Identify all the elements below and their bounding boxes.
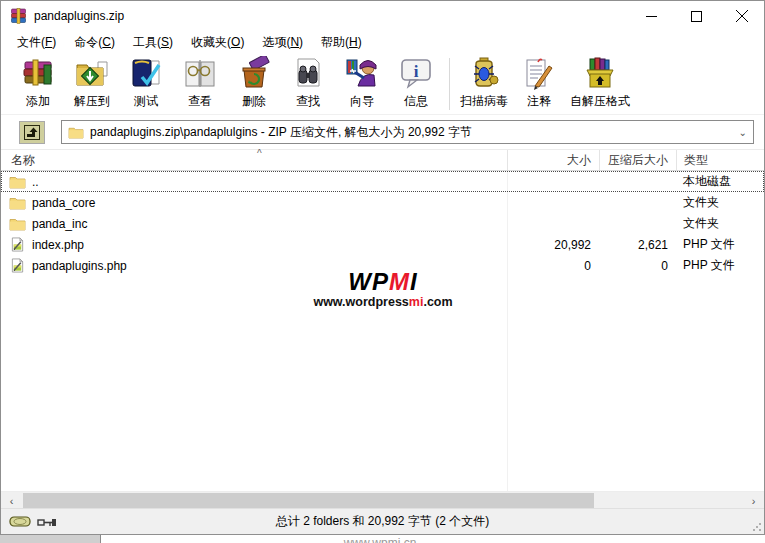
scrollbar-thumb[interactable] xyxy=(23,493,594,508)
column-header-type[interactable]: 类型 xyxy=(676,150,764,170)
php-file-icon xyxy=(9,237,26,252)
folder-icon xyxy=(9,216,26,231)
wizard-button[interactable]: 向导 xyxy=(335,56,389,110)
folder-icon xyxy=(68,125,84,139)
file-list: .. 本地磁盘 panda_core 文件夹 panda_inc 文件夹 xyxy=(1,171,764,491)
close-button[interactable] xyxy=(719,1,764,31)
status-total-text: 总计 2 folders 和 20,992 字节 (2 个文件) xyxy=(181,513,584,530)
menu-options[interactable]: 选项(N) xyxy=(253,32,312,53)
table-row[interactable]: index.php 20,992 2,621 PHP 文件 xyxy=(1,234,764,255)
table-row[interactable]: panda_core 文件夹 xyxy=(1,192,764,213)
menu-tools[interactable]: 工具(S) xyxy=(124,32,182,53)
maximize-button[interactable] xyxy=(674,1,719,31)
window-title: pandaplugins.zip xyxy=(34,9,629,23)
winrar-window: pandaplugins.zip 文件(F) 命令(C) 工具(S) 收藏夹(O… xyxy=(0,0,765,535)
add-button[interactable]: 添加 xyxy=(11,56,65,110)
svg-text:i: i xyxy=(414,62,419,81)
column-header-packed[interactable]: 压缩后大小 xyxy=(599,150,676,170)
virus-scan-icon xyxy=(466,56,502,92)
table-row[interactable]: .. 本地磁盘 xyxy=(1,171,764,192)
php-file-icon xyxy=(9,258,26,273)
file-name: index.php xyxy=(32,238,84,252)
winrar-app-icon xyxy=(10,8,28,24)
watermark: WPMI www.wordpressmi.com xyxy=(309,269,457,323)
minimize-icon xyxy=(646,11,657,22)
background-page-strip: www.wpmi.cn xyxy=(0,535,765,543)
file-type: PHP 文件 xyxy=(676,257,764,274)
list-header: 名称 大小 压缩后大小 类型 ^ xyxy=(1,149,764,171)
find-button[interactable]: 查找 xyxy=(281,56,335,110)
menubar: 文件(F) 命令(C) 工具(S) 收藏夹(O) 选项(N) 帮助(H) xyxy=(1,31,764,53)
file-type: PHP 文件 xyxy=(676,236,764,253)
view-file-icon xyxy=(182,56,218,92)
virus-scan-button[interactable]: 扫描病毒 xyxy=(456,56,512,110)
test-button[interactable]: 测试 xyxy=(119,56,173,110)
info-button[interactable]: i 信息 xyxy=(389,56,443,110)
up-one-level-button[interactable] xyxy=(19,121,45,144)
menu-file[interactable]: 文件(F) xyxy=(8,32,65,53)
statusbar: 总计 2 folders 和 20,992 字节 (2 个文件) xyxy=(1,508,764,534)
wizard-icon xyxy=(344,56,380,92)
watermark-url: www.wordpressmi.com xyxy=(309,295,457,309)
file-packed-size: 2,621 xyxy=(599,238,676,252)
resize-grip[interactable] xyxy=(752,522,762,532)
file-name: .. xyxy=(32,175,39,189)
archive-path-text: pandaplugins.zip\pandaplulgins - ZIP 压缩文… xyxy=(90,124,472,141)
watermark-logo: WPMI xyxy=(309,269,457,295)
background-site-text: www.wpmi.cn xyxy=(300,536,460,543)
chevron-down-icon[interactable]: ⌄ xyxy=(739,128,747,138)
column-header-size[interactable]: 大小 xyxy=(507,150,599,170)
scroll-right-icon[interactable]: › xyxy=(745,492,762,509)
delete-icon xyxy=(236,56,272,92)
table-row[interactable]: panda_inc 文件夹 xyxy=(1,213,764,234)
file-name: panda_core xyxy=(32,196,95,210)
extract-to-icon xyxy=(74,56,110,92)
background-page-margin xyxy=(0,535,101,543)
file-name: panda_inc xyxy=(32,217,87,231)
drive-icon[interactable] xyxy=(9,514,31,529)
comment-icon xyxy=(521,56,557,92)
sfx-icon xyxy=(582,56,618,92)
archive-path-combobox[interactable]: pandaplugins.zip\pandaplulgins - ZIP 压缩文… xyxy=(61,120,754,144)
minimize-button[interactable] xyxy=(629,1,674,31)
add-archive-icon xyxy=(20,56,56,92)
file-type: 文件夹 xyxy=(676,194,764,211)
file-size: 0 xyxy=(507,259,599,273)
close-icon xyxy=(736,10,748,22)
file-type: 文件夹 xyxy=(676,215,764,232)
delete-button[interactable]: 删除 xyxy=(227,56,281,110)
file-type: 本地磁盘 xyxy=(676,173,764,190)
horizontal-scrollbar[interactable]: ‹ › xyxy=(1,491,764,508)
folder-icon xyxy=(9,174,26,189)
menu-favorites[interactable]: 收藏夹(O) xyxy=(182,32,253,53)
toolbar: 添加 解压到 测试 xyxy=(1,53,764,115)
menu-help[interactable]: 帮助(H) xyxy=(312,32,371,53)
extract-to-button[interactable]: 解压到 xyxy=(65,56,119,110)
address-row: pandaplugins.zip\pandaplulgins - ZIP 压缩文… xyxy=(1,115,764,149)
toolbar-separator xyxy=(449,58,450,110)
folder-up-icon xyxy=(24,125,40,140)
column-header-name[interactable]: 名称 xyxy=(1,152,507,169)
info-icon: i xyxy=(398,56,434,92)
file-size: 20,992 xyxy=(507,238,599,252)
key-icon[interactable] xyxy=(37,516,57,528)
titlebar[interactable]: pandaplugins.zip xyxy=(1,1,764,31)
maximize-icon xyxy=(691,11,702,22)
find-icon xyxy=(290,56,326,92)
comment-button[interactable]: 注释 xyxy=(512,56,566,110)
view-button[interactable]: 查看 xyxy=(173,56,227,110)
scroll-left-icon[interactable]: ‹ xyxy=(3,492,20,509)
sort-indicator-icon: ^ xyxy=(257,148,262,159)
menu-commands[interactable]: 命令(C) xyxy=(65,32,124,53)
file-name: pandaplugins.php xyxy=(32,259,127,273)
sfx-button[interactable]: 自解压格式 xyxy=(566,56,634,110)
test-archive-icon xyxy=(128,56,164,92)
file-packed-size: 0 xyxy=(599,259,676,273)
folder-icon xyxy=(9,195,26,210)
